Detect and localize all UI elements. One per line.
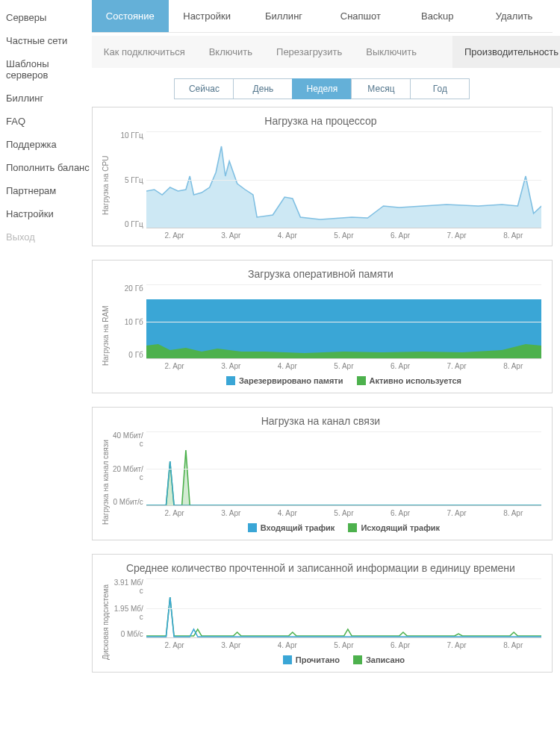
chart-ram-legend: Зарезервировано памяти Активно используе… — [146, 370, 541, 387]
chart-cpu-ylabel: Нагрузка на CPU — [100, 131, 111, 240]
chart-net-ylabel: Нагрузка на канал связи — [100, 431, 111, 534]
main-panel: Состояние Настройки Биллинг Снапшот Back… — [92, 0, 560, 693]
range-month[interactable]: Месяц — [351, 78, 411, 99]
chart-net-yaxis: 40 Мбит/с 20 Мбит/с 0 Мбит/с — [111, 431, 146, 506]
chart-ram-ylabel: Нагрузка на RAM — [100, 284, 111, 387]
subtab-reboot[interactable]: Перезагрузить — [264, 36, 354, 68]
chart-disk-ylabel: Дисковая подсистема — [100, 578, 111, 666]
subtab-poweron[interactable]: Включить — [197, 36, 264, 68]
chart-disk-plot[interactable] — [146, 578, 541, 638]
range-day[interactable]: День — [233, 78, 293, 99]
chart-cpu-xaxis: 2. Apr3. Apr4. Apr5. Apr6. Apr7. Apr8. A… — [146, 228, 541, 240]
chart-cpu-title: Нагрузка на процессор — [100, 115, 541, 127]
subtab-spacer — [429, 36, 452, 68]
swatch-in — [248, 523, 257, 532]
chart-net-plot[interactable] — [146, 431, 541, 506]
time-range-selector: Сейчас День Неделя Месяц Год — [92, 68, 553, 107]
range-year[interactable]: Год — [410, 78, 470, 99]
chart-net-legend: Входящий трафик Исходящий трафик — [146, 517, 541, 534]
subtab-performance[interactable]: Производительность — [452, 36, 560, 68]
chart-ram-xaxis: 2. Apr3. Apr4. Apr5. Apr6. Apr7. Apr8. A… — [146, 359, 541, 370]
chart-disk: Среднее количество прочтенной и записанн… — [92, 554, 553, 673]
sidebar-item-partners[interactable]: Партнерам — [6, 179, 92, 202]
sidebar-item-topup[interactable]: Пополнить баланс — [6, 156, 92, 179]
range-week[interactable]: Неделя — [292, 78, 352, 99]
tab-backup[interactable]: Backup — [399, 0, 476, 32]
chart-disk-yaxis: 3.91 Мб/с 1.95 Мб/с 0 Мб/с — [111, 578, 146, 638]
tab-settings[interactable]: Настройки — [169, 0, 246, 32]
chart-ram-plot[interactable] — [146, 284, 541, 359]
tab-snapshot[interactable]: Снапшот — [322, 0, 399, 32]
sidebar: Серверы Частные сети Шаблоны серверов Би… — [0, 0, 92, 693]
swatch-reserved — [226, 376, 235, 385]
sidebar-item-settings[interactable]: Настройки — [6, 202, 92, 225]
chart-net: Нагрузка на канал связи Нагрузка на кана… — [92, 407, 553, 540]
subtab-poweroff[interactable]: Выключить — [354, 36, 429, 68]
primary-tabs: Состояние Настройки Биллинг Снапшот Back… — [92, 0, 553, 33]
chart-disk-title: Среднее количество прочтенной и записанн… — [100, 562, 541, 574]
chart-disk-xaxis: 2. Apr3. Apr4. Apr5. Apr6. Apr7. Apr8. A… — [146, 638, 541, 649]
swatch-read — [283, 655, 292, 664]
tab-billing[interactable]: Биллинг — [246, 0, 323, 32]
chart-cpu-yaxis: 10 ГГц 5 ГГц 0 ГГц — [111, 131, 146, 228]
swatch-write — [353, 655, 362, 664]
chart-cpu-plot[interactable] — [146, 131, 541, 228]
chart-net-title: Нагрузка на канал связи — [100, 415, 541, 427]
range-now[interactable]: Сейчас — [174, 78, 234, 99]
sidebar-item-logout[interactable]: Выход — [6, 225, 92, 249]
sidebar-item-billing[interactable]: Биллинг — [6, 87, 92, 110]
tab-status[interactable]: Состояние — [92, 0, 169, 32]
chart-ram: Загрузка оперативной памяти Нагрузка на … — [92, 260, 553, 393]
sidebar-item-private-nets[interactable]: Частные сети — [6, 29, 92, 52]
svg-rect-0 — [146, 299, 541, 359]
swatch-out — [348, 523, 357, 532]
chart-cpu: Нагрузка на процессор Нагрузка на CPU 10… — [92, 107, 553, 246]
chart-disk-legend: Прочитано Записано — [146, 649, 541, 666]
chart-ram-yaxis: 20 Гб 10 Гб 0 Гб — [111, 284, 146, 359]
sidebar-item-templates[interactable]: Шаблоны серверов — [6, 52, 92, 87]
subtab-connect[interactable]: Как подключиться — [92, 36, 197, 68]
chart-net-xaxis: 2. Apr3. Apr4. Apr5. Apr6. Apr7. Apr8. A… — [146, 506, 541, 517]
swatch-active — [357, 376, 366, 385]
chart-ram-title: Загрузка оперативной памяти — [100, 268, 541, 280]
sidebar-item-servers[interactable]: Серверы — [6, 6, 92, 29]
tab-delete[interactable]: Удалить — [476, 0, 553, 32]
sidebar-item-faq[interactable]: FAQ — [6, 110, 92, 133]
secondary-tabs: Как подключиться Включить Перезагрузить … — [92, 36, 553, 68]
sidebar-item-support[interactable]: Поддержка — [6, 133, 92, 156]
